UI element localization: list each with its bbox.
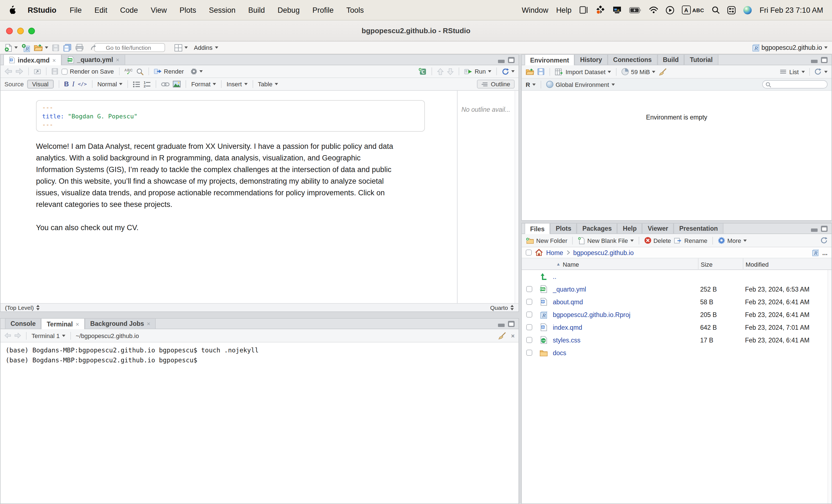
- new-file-button[interactable]: [4, 44, 18, 52]
- menu-tools[interactable]: Tools: [346, 6, 364, 14]
- menu-app-name[interactable]: RStudio: [28, 6, 56, 14]
- editor-scrollbar-gutter[interactable]: [515, 91, 518, 303]
- menu-code[interactable]: Code: [120, 6, 138, 14]
- dropbox-status-icon[interactable]: [596, 5, 605, 15]
- minimize-pane-icon[interactable]: [811, 228, 817, 232]
- yaml-metadata-block[interactable]: --- title: "Bogdan G. Popescu" ---: [36, 100, 425, 132]
- tab-plots[interactable]: Plots: [550, 223, 577, 233]
- tab-connections[interactable]: Connections: [608, 54, 657, 65]
- tab-background-jobs[interactable]: Background Jobs ×: [85, 318, 156, 329]
- save-workspace-icon[interactable]: [537, 68, 545, 75]
- menu-file[interactable]: File: [70, 6, 82, 14]
- file-row[interactable]: about.qmd 58 B Feb 23, 2024, 6:41 AM: [522, 296, 831, 308]
- rerun-button[interactable]: [502, 68, 515, 75]
- apple-menu-icon[interactable]: [9, 5, 17, 15]
- run-button[interactable]: Run: [464, 68, 491, 75]
- menu-build[interactable]: Build: [248, 6, 265, 14]
- insert-link-icon[interactable]: [161, 82, 170, 87]
- numbered-list-icon[interactable]: 12: [144, 81, 151, 87]
- menu-help[interactable]: Help: [556, 6, 572, 14]
- menu-session[interactable]: Session: [209, 6, 235, 14]
- pane-layout-button[interactable]: [175, 44, 188, 51]
- file-link[interactable]: index.qmd: [551, 324, 698, 331]
- column-header-size[interactable]: Size: [698, 258, 743, 270]
- maximize-pane-icon[interactable]: [821, 57, 828, 63]
- import-dataset-button[interactable]: Import Dataset: [555, 68, 611, 75]
- select-all-checkbox[interactable]: [526, 250, 532, 256]
- close-tab-icon[interactable]: ×: [116, 56, 120, 63]
- file-checkbox[interactable]: [526, 324, 532, 330]
- tab-console[interactable]: Console: [5, 318, 41, 329]
- minimize-pane-icon[interactable]: [498, 60, 504, 63]
- siri-sphere-icon[interactable]: [744, 6, 752, 14]
- code-button[interactable]: </>: [78, 81, 87, 87]
- new-project-button[interactable]: R: [22, 44, 30, 52]
- breadcrumb-more-button[interactable]: ...: [822, 249, 828, 256]
- tab-environment[interactable]: Environment: [525, 54, 575, 65]
- breadcrumb-project-link[interactable]: bgpopescu2.github.io: [573, 249, 634, 256]
- table-menu[interactable]: Table: [258, 81, 278, 87]
- language-selector[interactable]: R: [526, 81, 536, 88]
- environment-scope-selector[interactable]: Global Environment: [546, 81, 615, 88]
- file-link[interactable]: _quarto.yml: [551, 286, 698, 292]
- open-in-new-window-icon[interactable]: [34, 68, 41, 75]
- clear-terminal-icon[interactable]: [498, 332, 506, 339]
- render-on-save-checkbox[interactable]: [61, 68, 68, 75]
- menubar-clock[interactable]: Fri Feb 23 7:10 AM: [759, 6, 823, 14]
- format-menu[interactable]: Format: [191, 81, 216, 87]
- go-next-section-icon[interactable]: [447, 68, 454, 75]
- menu-edit[interactable]: Edit: [95, 6, 107, 14]
- terminal-selector[interactable]: Terminal 1: [32, 332, 66, 339]
- file-row[interactable]: index.qmd 642 B Feb 23, 2024, 7:01 AM: [522, 321, 831, 334]
- file-checkbox[interactable]: [526, 349, 532, 356]
- bullet-list-icon[interactable]: [133, 81, 140, 87]
- file-row[interactable]: YML _quarto.yml 252 B Feb 23, 2024, 6:53…: [522, 283, 831, 296]
- wifi-icon[interactable]: [649, 7, 658, 13]
- memory-usage-button[interactable]: 59 MiB: [622, 68, 656, 75]
- tab-quarto-yml[interactable]: YML _quarto.yml ×: [61, 54, 125, 65]
- render-options-button[interactable]: [190, 68, 203, 75]
- new-blank-file-button[interactable]: New Blank File: [578, 236, 634, 244]
- outline-toggle-button[interactable]: Outline: [477, 80, 515, 88]
- minimize-pane-icon[interactable]: [498, 324, 504, 327]
- tab-history[interactable]: History: [575, 54, 608, 65]
- terminal-output[interactable]: (base) Bogdans-MBP:bgpopescu2.github.io …: [1, 342, 518, 503]
- paragraph-style-select[interactable]: Normal: [97, 81, 123, 87]
- file-checkbox[interactable]: [526, 299, 532, 305]
- tab-index-qmd[interactable]: index.qmd ×: [3, 54, 61, 65]
- column-header-modified[interactable]: Modified: [743, 258, 831, 270]
- more-file-actions-button[interactable]: More: [718, 237, 747, 244]
- close-tab-icon[interactable]: ×: [76, 320, 79, 327]
- file-row-updir[interactable]: ..: [522, 270, 831, 283]
- open-file-button[interactable]: [34, 44, 48, 52]
- go-previous-section-icon[interactable]: [437, 68, 444, 75]
- menu-debug[interactable]: Debug: [278, 6, 300, 14]
- input-source-menu[interactable]: A ABC: [682, 5, 704, 15]
- tab-viewer[interactable]: Viewer: [642, 223, 674, 233]
- render-on-save-toggle[interactable]: Render on Save: [61, 68, 114, 75]
- file-row[interactable]: R bgpopescu2.github.io.Rproj 205 B Feb 2…: [522, 308, 831, 321]
- sidecar-display-icon[interactable]: [579, 6, 588, 14]
- menu-view[interactable]: View: [151, 6, 167, 14]
- spotlight-search-icon[interactable]: [712, 6, 720, 14]
- column-header-name[interactable]: ▲ Name: [551, 258, 698, 270]
- refresh-files-icon[interactable]: [821, 237, 828, 244]
- insert-chunk-icon[interactable]: C: [418, 67, 426, 75]
- source-mode-button[interactable]: Source: [4, 81, 24, 87]
- menu-plots[interactable]: Plots: [180, 6, 196, 14]
- maximize-pane-icon[interactable]: [508, 321, 515, 327]
- bold-button[interactable]: B: [64, 80, 69, 88]
- visual-mode-button[interactable]: Visual: [27, 80, 54, 88]
- new-folder-button[interactable]: New Folder: [526, 237, 568, 244]
- file-link[interactable]: bgpopescu2.github.io.Rproj: [551, 311, 698, 318]
- screen-mirroring-icon[interactable]: [613, 6, 621, 14]
- tab-build[interactable]: Build: [657, 54, 684, 65]
- clear-environment-icon[interactable]: [659, 68, 667, 76]
- file-checkbox[interactable]: [526, 337, 532, 343]
- maximize-pane-icon[interactable]: [508, 57, 515, 63]
- file-row[interactable]: docs: [522, 346, 831, 359]
- terminal-forward-icon[interactable]: [15, 333, 21, 339]
- menu-window[interactable]: Window: [522, 6, 548, 14]
- delete-file-button[interactable]: Delete: [644, 237, 671, 244]
- file-link[interactable]: about.qmd: [551, 299, 698, 305]
